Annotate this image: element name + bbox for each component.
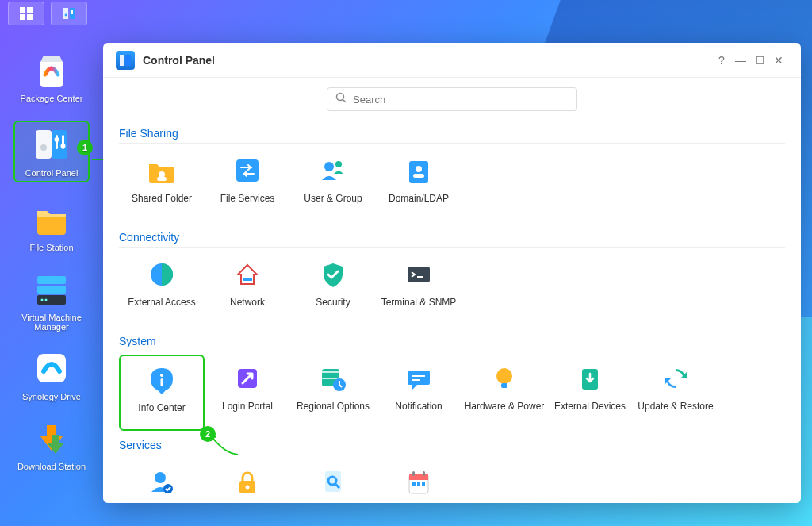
tile-info-center[interactable]: Info Center 2 [119, 355, 205, 431]
svg-rect-43 [412, 375, 425, 377]
help-button[interactable]: ? [712, 51, 731, 70]
drive-icon [574, 363, 606, 394]
tile-regional-options[interactable]: Regional Options [290, 355, 376, 431]
refresh-icon [660, 363, 691, 394]
tile-indexing-service[interactable]: Indexing Service [290, 459, 376, 503]
search-box[interactable] [327, 87, 577, 111]
desktop-label: Download Station [17, 462, 86, 471]
window-app-icon [116, 51, 135, 70]
tile-external-access[interactable]: External Access [119, 251, 205, 327]
tile-task-scheduler[interactable]: Task Scheduler [376, 459, 462, 503]
tile-label: Network [230, 297, 265, 308]
svg-rect-9 [52, 130, 67, 159]
tile-terminal-snmp[interactable]: Terminal & SNMP [376, 251, 462, 327]
tile-login-portal[interactable]: Login Portal [205, 355, 290, 431]
svg-rect-57 [412, 471, 415, 476]
control-panel-window: Control Panel ? — ✕ File Sharing Shared … [103, 43, 801, 503]
tile-domain-ldap[interactable]: Domain/LDAP [376, 147, 462, 223]
svg-point-29 [324, 162, 334, 171]
desktop-label: Package Center [21, 94, 83, 103]
tile-label: Regional Options [297, 401, 370, 412]
svg-rect-4 [63, 8, 68, 19]
svg-rect-39 [161, 378, 163, 386]
globe-clock-icon [317, 363, 349, 394]
tile-security[interactable]: Security [290, 251, 376, 327]
tile-label: File Services [220, 193, 275, 204]
svg-rect-3 [27, 14, 33, 20]
window-titlebar: Control Panel ? — ✕ [103, 43, 801, 78]
svg-rect-23 [756, 56, 764, 63]
search-input[interactable] [353, 94, 569, 106]
tile-shared-folder[interactable]: Shared Folder [119, 147, 205, 223]
shield-icon [317, 259, 349, 290]
tile-synology-account[interactable]: Synology Account [119, 459, 205, 503]
svg-rect-44 [412, 379, 420, 381]
taskbar [0, 0, 95, 27]
desktop-icons: Package Center Control Panel 1 File Stat… [16, 51, 87, 471]
svg-rect-1 [27, 7, 33, 13]
tile-label: Domain/LDAP [389, 193, 449, 204]
svg-rect-33 [413, 174, 424, 178]
searchbar [103, 78, 801, 116]
section-title-system: System [119, 335, 785, 351]
svg-rect-58 [423, 471, 425, 476]
svg-rect-7 [71, 10, 73, 14]
minimize-button[interactable]: — [731, 51, 750, 70]
grid-file-sharing: Shared Folder File Services User & Group… [119, 147, 785, 223]
tile-label: User & Group [304, 193, 362, 204]
tile-notification[interactable]: Notification [376, 355, 462, 431]
svg-point-18 [41, 299, 44, 301]
router-icon [232, 259, 263, 290]
grid-services: Synology Account Application Privileges … [119, 459, 785, 503]
svg-point-26 [159, 171, 165, 178]
desktop-synology-drive[interactable]: Synology Drive [13, 349, 90, 401]
message-icon [403, 363, 435, 394]
tile-label: Notification [395, 401, 442, 412]
tile-hardware-power[interactable]: Hardware & Power [462, 355, 547, 431]
main-menu-button[interactable] [8, 2, 44, 25]
users-icon [317, 155, 349, 186]
svg-line-25 [343, 100, 346, 102]
content-area: File Sharing Shared Folder File Services… [103, 116, 801, 503]
window-title: Control Panel [143, 54, 712, 67]
control-panel-taskbar-button[interactable] [51, 2, 87, 25]
desktop-vmm[interactable]: Virtual Machine Manager [13, 270, 90, 332]
info-icon [146, 364, 178, 396]
lock-icon [232, 466, 263, 498]
download-station-icon [33, 419, 71, 457]
maximize-button[interactable] [750, 51, 769, 70]
tile-label: Login Portal [222, 401, 273, 412]
svg-point-45 [496, 368, 512, 384]
svg-rect-35 [243, 278, 252, 281]
tile-network[interactable]: Network [205, 251, 290, 327]
tile-label: Terminal & SNMP [381, 297, 457, 308]
package-center-icon [33, 51, 71, 89]
desktop-package-center[interactable]: Package Center [13, 51, 90, 103]
tile-update-restore[interactable]: Update & Restore [633, 355, 718, 431]
desktop-download-station[interactable]: Download Station [13, 419, 90, 471]
annotation-badge-2: 2 [200, 426, 216, 442]
tile-label: Security [316, 297, 350, 308]
tile-user-group[interactable]: User & Group [290, 147, 376, 223]
search-doc-icon [317, 466, 349, 498]
svg-rect-22 [125, 55, 131, 66]
svg-point-51 [246, 486, 250, 490]
tile-external-devices[interactable]: External Devices [547, 355, 633, 431]
close-button[interactable]: ✕ [769, 51, 788, 70]
svg-rect-0 [20, 7, 25, 13]
tile-application-privileges[interactable]: Application Privileges [205, 459, 290, 503]
terminal-icon [403, 259, 435, 290]
svg-rect-27 [157, 177, 167, 181]
search-icon [335, 92, 347, 106]
globe-icon [146, 259, 178, 290]
svg-point-14 [61, 144, 66, 148]
tile-file-services[interactable]: File Services [205, 147, 290, 223]
desktop-file-station[interactable]: File Station [13, 200, 90, 252]
portal-icon [232, 363, 263, 394]
desktop-label: Synology Drive [22, 392, 81, 401]
annotation-badge-1: 1 [77, 140, 93, 155]
desktop-control-panel[interactable]: Control Panel 1 [13, 121, 90, 182]
grid-connectivity: External Access Network Security Termina… [119, 251, 785, 327]
tile-label: Info Center [138, 402, 185, 413]
svg-rect-2 [20, 14, 25, 20]
